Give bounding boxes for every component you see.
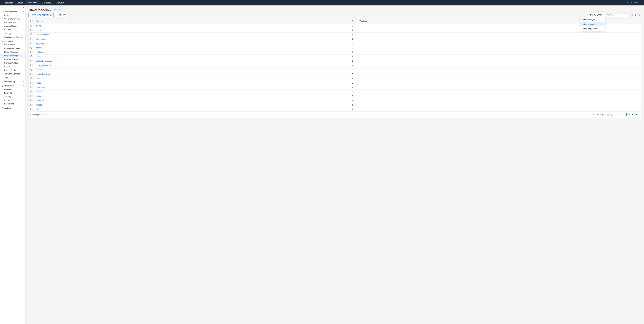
filter-wrapper: 🔍 [606,13,630,17]
row-checkbox[interactable] [30,25,32,27]
row-checkbox[interactable] [30,29,32,31]
row-name-link[interactable]: awsImage [36,38,45,40]
manage-columns-button[interactable]: Manage Columns [30,113,48,116]
sidebar-section-configure-header[interactable]: ⚙ Configure ▾ [0,39,25,43]
sidebar-item-cluster-plans[interactable]: Cluster Plans [0,65,25,68]
sidebar-item-settings[interactable]: Settings [0,32,25,35]
sidebar-item-terraform-versions[interactable]: Terraform Versions [0,72,25,76]
row-name-link[interactable]: az_image [36,42,44,44]
delete-button[interactable]: ✕ DELETE [55,13,68,17]
row-checkbox[interactable] [30,69,32,71]
sidebar-item-security[interactable]: Security [0,95,25,98]
prev-page-button[interactable]: ◄ [618,113,622,116]
name-column-header[interactable]: Name ↑ [34,19,350,24]
sidebar-item-kubernetes-zones[interactable]: Kubernetes Zones [0,47,25,50]
row-name-link[interactable]: rhel [36,108,39,110]
row-name-link[interactable]: GRIsho [36,69,42,71]
row-name-link[interactable]: petko [36,95,41,97]
sidebar-item-flavor-mappings[interactable]: Flavor Mappings [0,50,25,54]
row-name-link[interactable]: ralitsad [36,104,42,106]
row-name-link[interactable]: aws-encryption-test [36,34,52,36]
row-checkbox[interactable] [30,91,32,93]
nav-item-extensibility[interactable]: Extensibility [40,0,54,5]
row-name-link[interactable]: cent-os [36,47,42,49]
row-checkbox[interactable] [30,42,32,44]
view-by-region-option[interactable]: View by region [581,17,605,22]
sidebar-item-users-and-groups[interactable]: Users and Groups [0,17,25,21]
sidebar-item-kubernetes[interactable]: Kubernetes [0,102,25,106]
next-page-button[interactable]: ► [631,113,634,116]
select-all-checkbox[interactable] [30,20,32,22]
collapse-sidebar-button[interactable]: « [23,6,24,9]
refresh-icon[interactable]: ↻ [634,14,637,17]
row-checkbox[interactable] [30,51,32,53]
guided-setup-button[interactable]: 🖥 GUIDED SETUP [626,2,642,4]
row-checkbox[interactable] [30,95,32,97]
sidebar-item-networks[interactable]: Networks [0,91,25,95]
row-name-link[interactable]: dsafasd + dgdasgd [36,60,52,62]
sidebar-item-pricing-cards[interactable]: Pricing Cards [0,68,25,72]
sidebar-section-onboarding-header[interactable]: ⊕ Onboarding ▾ [0,79,25,83]
chevron-down-icon: ▾ [602,14,603,16]
row-name-link[interactable]: debian-demo [36,51,47,53]
sidebar-item-compute[interactable]: Compute [0,88,25,91]
sidebar-item-secrets[interactable]: Secrets [0,28,25,32]
row-checkbox[interactable] [30,82,32,84]
row-checkbox[interactable] [30,33,32,35]
first-page-button[interactable]: |◄ [614,113,617,116]
row-regions: 1 [350,50,641,54]
sidebar-item-storage-profiles[interactable]: Storage Profiles [0,61,25,65]
view-by-name-option[interactable]: View by name [581,22,605,26]
row-checkbox[interactable] [30,64,32,66]
row-checkbox[interactable] [30,77,32,79]
row-regions: 1 [350,107,641,112]
new-image-mapping-button[interactable]: + NEW IMAGE MAPPING [28,13,54,17]
row-regions: 1 [350,32,641,37]
row-name-link[interactable]: hhh [36,78,39,80]
sidebar-section-administration-header[interactable]: ⚙ Administration ▾ [0,9,25,13]
row-checkbox[interactable] [30,86,32,88]
row-name-link[interactable]: GCP_shieldedVM [36,64,51,66]
row-name-link[interactable]: photon-os [36,99,44,102]
sidebar-item-image-mappings[interactable]: Image Mappings [0,54,25,57]
row-name-link[interactable]: dimo [36,56,40,58]
nav-item-infrastructure[interactable]: Infrastructure [25,0,40,5]
administration-icon: ⚙ [2,10,4,13]
row-name-link[interactable]: islavov-test [36,86,46,88]
view-by-dropdown[interactable]: VIEW BY NAME ▾ View by region View by na… [587,13,605,17]
sidebar-item-storage[interactable]: Storage [0,98,25,102]
row-name-link[interactable]: image [36,82,41,84]
row-name-link[interactable]: alpine [36,25,41,27]
sidebar-item-custom-roles[interactable]: Custom Roles [0,21,25,24]
row-name-link[interactable]: hguguyDeleteme [36,73,50,75]
view-by-button[interactable]: VIEW BY NAME ▾ [587,13,605,17]
row-checkbox[interactable] [30,55,32,57]
current-page[interactable]: 1 [623,113,626,116]
sidebar-item-tags[interactable]: Tags [0,76,25,79]
nav-item-resources[interactable]: Resources [2,0,15,5]
row-name-link[interactable]: islavov2 [36,91,43,93]
info-icon[interactable]: ℹ [632,14,634,17]
row-checkbox[interactable] [30,73,32,75]
nav-item-design[interactable]: Design [15,0,24,5]
sidebar-item-projects[interactable]: Projects [0,13,25,17]
row-checkbox[interactable] [30,99,32,101]
sidebar-item-configuration-properties[interactable]: Configuration Properties [0,35,25,39]
sidebar-item-cloud-zones[interactable]: Cloud Zones [0,43,25,47]
layout-icon[interactable]: ⊞ [638,14,641,17]
table-row: alpine 2 [29,24,641,28]
row-checkbox[interactable] [30,108,32,110]
sidebar-section-activity-header[interactable]: ◷ Activity ▾ [0,106,25,110]
sidebar-section-resources-header[interactable]: ◻ Resources ▾ [0,83,25,88]
last-page-button[interactable]: ►| [635,113,639,116]
row-name-link[interactable]: asddas [36,29,42,31]
row-checkbox[interactable] [30,104,32,106]
row-checkbox[interactable] [30,38,32,40]
sidebar-item-custom-names[interactable]: Custom Names [0,24,25,28]
view-ungrouped-option[interactable]: View ungrouped [581,26,605,31]
row-checkbox[interactable] [30,47,32,49]
sidebar-item-network-profiles[interactable]: Network Profiles [0,57,25,61]
filter-input[interactable] [606,13,630,17]
nav-item-migration[interactable]: Migration [54,0,66,5]
row-checkbox[interactable] [30,60,32,62]
